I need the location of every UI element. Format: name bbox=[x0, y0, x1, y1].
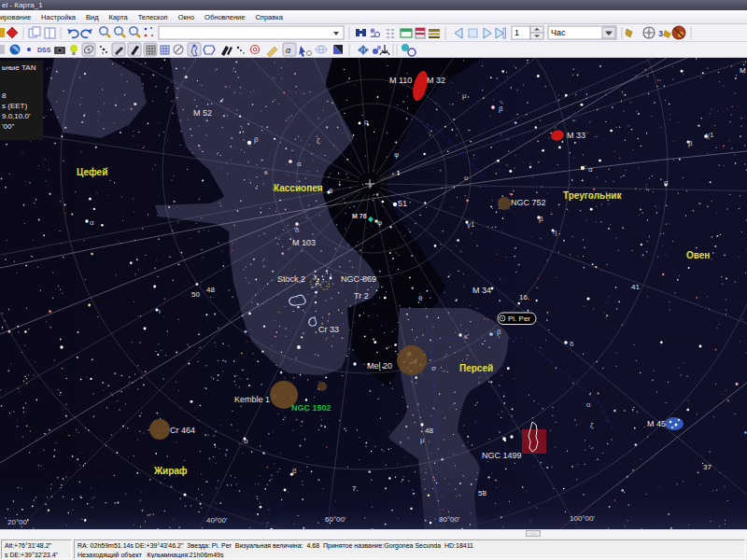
svg-text:Stock 2: Stock 2 bbox=[277, 274, 305, 284]
svg-text:δ: δ bbox=[295, 226, 300, 234]
svg-text:M 103: M 103 bbox=[292, 238, 316, 247]
svg-text:'00": '00" bbox=[2, 122, 14, 131]
svg-text:M 33: M 33 bbox=[567, 131, 585, 140]
svg-text:NGC 1502: NGC 1502 bbox=[291, 403, 331, 413]
svg-text:M 34: M 34 bbox=[472, 286, 491, 295]
svg-text:M 110: M 110 bbox=[389, 76, 412, 85]
svg-text:51: 51 bbox=[398, 199, 407, 208]
svg-text:Mel 20: Mel 20 bbox=[367, 361, 392, 371]
svg-text:100°00': 100°00' bbox=[570, 514, 595, 523]
svg-text:α: α bbox=[90, 218, 94, 227]
svg-text:M 45: M 45 bbox=[647, 419, 666, 428]
svg-text:37: 37 bbox=[703, 463, 712, 471]
svg-text:s (EET): s (EET) bbox=[2, 102, 27, 110]
svg-text:Треугольник: Треугольник bbox=[563, 190, 622, 201]
svg-text:80°00': 80°00' bbox=[439, 515, 460, 524]
svg-text:20°00': 20°00' bbox=[7, 518, 29, 526]
svg-text:Персей: Персей bbox=[459, 363, 493, 373]
svg-text:Kemble 1: Kemble 1 bbox=[234, 395, 270, 404]
svg-text:α: α bbox=[286, 46, 291, 55]
svg-text:υ: υ bbox=[464, 174, 468, 182]
svg-text:1: 1 bbox=[514, 28, 519, 37]
svg-text:β: β bbox=[292, 467, 297, 475]
svg-text:58: 58 bbox=[478, 489, 486, 497]
svg-text:β: β bbox=[499, 105, 503, 113]
svg-text:9.0,10.0': 9.0,10.0' bbox=[2, 112, 31, 120]
svg-text:ьные TAN: ьные TAN bbox=[2, 63, 36, 72]
svg-text:Овен: Овен bbox=[686, 250, 710, 260]
svg-text:ο: ο bbox=[364, 118, 369, 126]
svg-text:η: η bbox=[553, 228, 557, 236]
svg-text:7.: 7. bbox=[352, 484, 359, 493]
svg-text:8: 8 bbox=[2, 91, 7, 100]
svg-text:μ: μ bbox=[462, 91, 467, 100]
svg-text:φ: φ bbox=[377, 218, 382, 227]
svg-text:Жираф: Жираф bbox=[153, 466, 188, 476]
svg-text:ζ: ζ bbox=[317, 136, 320, 145]
svg-text:α: α bbox=[588, 165, 593, 174]
svg-text:θ: θ bbox=[329, 187, 333, 195]
svg-text:Pi. Per: Pi. Per bbox=[508, 315, 530, 323]
svg-text:NGC-869: NGC-869 bbox=[341, 274, 376, 284]
svg-text:σ: σ bbox=[431, 364, 436, 372]
svg-text:Cr 33: Cr 33 bbox=[318, 325, 339, 334]
svg-text:NGC 752: NGC 752 bbox=[511, 198, 546, 207]
svg-text:δ: δ bbox=[570, 340, 574, 348]
svg-text:ζ: ζ bbox=[590, 421, 594, 429]
svg-text:Cr 464: Cr 464 bbox=[170, 426, 195, 435]
svg-text:M 52: M 52 bbox=[193, 108, 212, 118]
svg-text:60°00': 60°00' bbox=[325, 515, 346, 524]
svg-text:Час: Час bbox=[551, 28, 566, 37]
svg-text:Цефей: Цефей bbox=[77, 167, 107, 177]
svg-text:ο: ο bbox=[586, 400, 591, 409]
svg-text:50: 50 bbox=[191, 290, 200, 299]
svg-text:40°00': 40°00' bbox=[206, 516, 228, 525]
svg-text:θ: θ bbox=[418, 294, 423, 302]
svg-text:β: β bbox=[688, 139, 693, 147]
svg-text:Tr 2: Tr 2 bbox=[354, 291, 369, 301]
svg-text:μ: μ bbox=[420, 436, 425, 444]
svg-text:41: 41 bbox=[631, 283, 640, 291]
svg-text:DSS: DSS bbox=[37, 47, 51, 53]
svg-text:ι: ι bbox=[159, 307, 161, 315]
svg-text:48: 48 bbox=[425, 427, 433, 435]
svg-text:β: β bbox=[254, 135, 259, 144]
svg-text:48: 48 bbox=[206, 286, 215, 294]
svg-text:γ1: γ1 bbox=[467, 220, 475, 229]
svg-text:β: β bbox=[497, 328, 501, 336]
svg-text:Кассиопея: Кассиопея bbox=[274, 183, 323, 193]
svg-text:M 32: M 32 bbox=[427, 76, 445, 85]
svg-text:α: α bbox=[664, 178, 669, 187]
svg-text:M: M bbox=[740, 66, 746, 75]
svg-text:γ1: γ1 bbox=[706, 131, 714, 139]
svg-text:α: α bbox=[244, 437, 248, 445]
svg-text:φ: φ bbox=[394, 150, 399, 159]
svg-text:16.: 16. bbox=[519, 293, 529, 301]
svg-text:NGC 1499: NGC 1499 bbox=[482, 451, 522, 460]
svg-text:β: β bbox=[539, 215, 543, 223]
svg-text:3: 3 bbox=[658, 29, 663, 38]
svg-text:M 76: M 76 bbox=[352, 213, 367, 219]
svg-text:α: α bbox=[297, 160, 302, 168]
